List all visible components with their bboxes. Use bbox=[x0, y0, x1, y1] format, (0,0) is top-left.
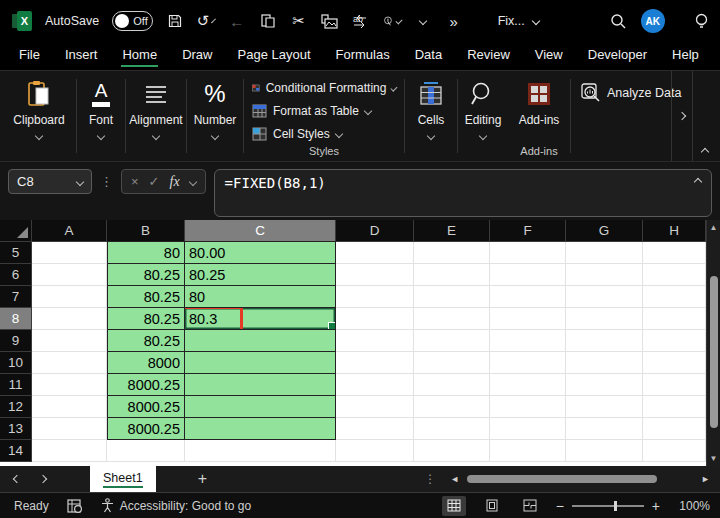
cell-G7[interactable] bbox=[566, 286, 643, 308]
avatar[interactable]: AK bbox=[641, 9, 665, 33]
sheetbar-dots-icon[interactable]: ⋮ bbox=[424, 472, 436, 486]
select-all-corner[interactable] bbox=[0, 220, 32, 242]
cell-G10[interactable] bbox=[566, 352, 643, 374]
number-group[interactable]: % Number bbox=[187, 71, 243, 161]
cell-H12[interactable] bbox=[643, 396, 706, 418]
cell-G8[interactable] bbox=[566, 308, 643, 330]
cell-B14[interactable] bbox=[107, 440, 185, 462]
cell-A14[interactable] bbox=[32, 440, 107, 462]
cell-E8[interactable] bbox=[414, 308, 490, 330]
cell-A13[interactable] bbox=[32, 418, 107, 440]
cell-H7[interactable] bbox=[643, 286, 706, 308]
cell-B7[interactable]: 80.25 bbox=[107, 286, 185, 308]
cell-E11[interactable] bbox=[414, 374, 490, 396]
cell-B12[interactable]: 8000.25 bbox=[107, 396, 185, 418]
cell-H5[interactable] bbox=[643, 242, 706, 264]
cell-C13[interactable] bbox=[185, 418, 336, 440]
cell-E6[interactable] bbox=[414, 264, 490, 286]
row-header-10[interactable]: 10 bbox=[0, 352, 32, 374]
vertical-scroll-thumb[interactable] bbox=[710, 276, 718, 428]
cell-F6[interactable] bbox=[490, 264, 566, 286]
tab-data[interactable]: Data bbox=[414, 44, 443, 68]
cell-E9[interactable] bbox=[414, 330, 490, 352]
sheet-tab-sheet1[interactable]: Sheet1 bbox=[90, 466, 156, 492]
cell-C10[interactable] bbox=[185, 352, 336, 374]
insert-function-icon[interactable]: fx bbox=[170, 174, 180, 190]
clipboard-group[interactable]: Clipboard bbox=[2, 71, 76, 161]
tab-draw[interactable]: Draw bbox=[181, 44, 213, 68]
formula-collapse-icon[interactable] bbox=[694, 178, 702, 186]
row-header-7[interactable]: 7 bbox=[0, 286, 32, 308]
cell-E10[interactable] bbox=[414, 352, 490, 374]
cell-C5[interactable]: 80.00 bbox=[185, 241, 336, 264]
cell-E5[interactable] bbox=[414, 242, 490, 264]
cell-B10[interactable]: 8000 bbox=[107, 352, 185, 374]
row-header-11[interactable]: 11 bbox=[0, 374, 32, 396]
font-group[interactable]: A Font bbox=[77, 71, 125, 161]
cell-F9[interactable] bbox=[490, 330, 566, 352]
cell-H9[interactable] bbox=[643, 330, 706, 352]
tab-review[interactable]: Review bbox=[466, 44, 511, 68]
addins-button[interactable]: Add-ins bbox=[519, 78, 560, 127]
zoom-out-icon[interactable]: − bbox=[556, 498, 564, 514]
horizontal-scrollbar[interactable]: ◄ ► bbox=[450, 474, 710, 484]
accessibility-status[interactable]: Accessibility: Good to go bbox=[101, 498, 251, 513]
save-icon[interactable] bbox=[166, 12, 184, 30]
zoom-slider[interactable] bbox=[572, 505, 644, 507]
cell-E13[interactable] bbox=[414, 418, 490, 440]
cell-A5[interactable] bbox=[32, 242, 107, 264]
col-header-G[interactable]: G bbox=[566, 220, 643, 242]
tab-help[interactable]: Help bbox=[671, 44, 700, 68]
cell-F5[interactable] bbox=[490, 242, 566, 264]
cell-H11[interactable] bbox=[643, 374, 706, 396]
row-header-12[interactable]: 12 bbox=[0, 396, 32, 418]
tab-file[interactable]: File bbox=[18, 44, 41, 68]
col-header-D[interactable]: D bbox=[336, 220, 414, 242]
cell-A6[interactable] bbox=[32, 264, 107, 286]
cell-B8[interactable]: 80.25 bbox=[107, 308, 185, 330]
formula-bar-dots-icon[interactable]: ⋮ bbox=[100, 169, 113, 194]
prev-sheet-icon[interactable] bbox=[13, 475, 21, 483]
row-header-13[interactable]: 13 bbox=[0, 418, 32, 440]
next-sheet-icon[interactable] bbox=[39, 475, 47, 483]
editing-group[interactable]: Editing bbox=[458, 71, 508, 161]
page-layout-view-button[interactable] bbox=[480, 496, 504, 516]
col-header-C[interactable]: C bbox=[185, 220, 336, 242]
cell-E14[interactable] bbox=[414, 440, 490, 462]
cell-F12[interactable] bbox=[490, 396, 566, 418]
excel-app-icon[interactable]: X bbox=[12, 11, 32, 31]
cell-B11[interactable]: 8000.25 bbox=[107, 374, 185, 396]
copy-icon[interactable] bbox=[259, 12, 277, 30]
cell-D10[interactable] bbox=[336, 352, 414, 374]
paste-picture-icon[interactable] bbox=[321, 12, 339, 30]
cell-A10[interactable] bbox=[32, 352, 107, 374]
row-header-8[interactable]: 8 bbox=[0, 308, 32, 330]
analyze-data-button[interactable]: Analyze Data bbox=[581, 83, 681, 103]
chevron-down-icon[interactable] bbox=[414, 12, 432, 30]
tab-developer[interactable]: Developer bbox=[587, 44, 648, 68]
cell-D13[interactable] bbox=[336, 418, 414, 440]
col-header-B[interactable]: B bbox=[107, 220, 185, 242]
page-break-view-button[interactable] bbox=[518, 496, 542, 516]
cell-D6[interactable] bbox=[336, 264, 414, 286]
more-commands-icon[interactable]: » bbox=[445, 12, 463, 30]
cell-B5[interactable]: 80 bbox=[107, 241, 185, 264]
cell-A12[interactable] bbox=[32, 396, 107, 418]
cell-H13[interactable] bbox=[643, 418, 706, 440]
cut-icon[interactable]: ✂ bbox=[290, 12, 308, 30]
col-header-H[interactable]: H bbox=[643, 220, 706, 242]
cell-C6[interactable]: 80.25 bbox=[185, 264, 336, 286]
tab-view[interactable]: View bbox=[534, 44, 564, 68]
zoom-in-icon[interactable]: + bbox=[652, 498, 660, 514]
normal-view-button[interactable] bbox=[442, 496, 466, 516]
scroll-right-icon[interactable]: ► bbox=[701, 474, 710, 484]
undo-icon[interactable]: ↺ bbox=[197, 12, 215, 30]
zoom-level[interactable]: 100% bbox=[674, 499, 710, 513]
scroll-down-icon[interactable]: ▼ bbox=[710, 451, 718, 465]
cell-A11[interactable] bbox=[32, 374, 107, 396]
cell-styles-button[interactable]: Cell Styles bbox=[252, 122, 396, 145]
document-name[interactable]: Fix... bbox=[498, 14, 539, 28]
formula-input[interactable]: =FIXED(B8,1) bbox=[214, 169, 712, 217]
cell-D9[interactable] bbox=[336, 330, 414, 352]
vertical-scrollbar[interactable]: ▲ ▼ bbox=[706, 220, 720, 466]
